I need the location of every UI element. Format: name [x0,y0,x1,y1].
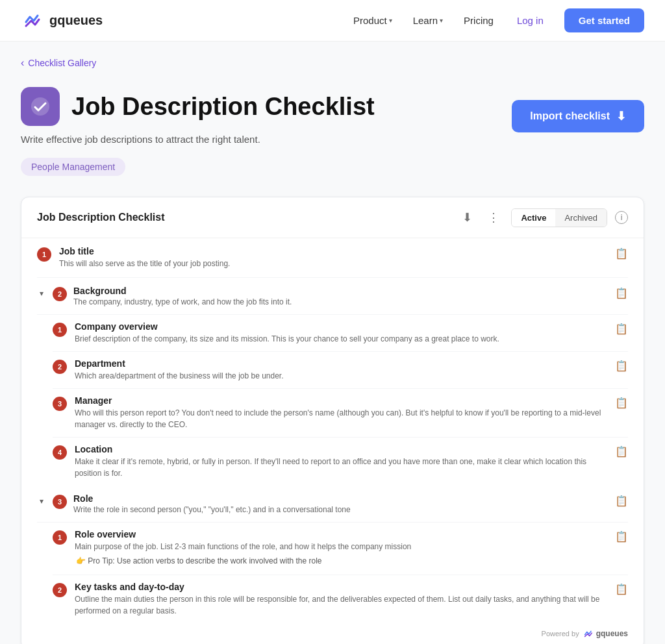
info-button[interactable]: i [615,211,628,224]
item-content: Manager Who will this person report to? … [75,395,607,430]
tab-group: Active Archived [511,208,607,227]
item-content: Location Make it clear if it's remote, h… [75,444,607,479]
item-action-icon[interactable]: 📋 [615,247,628,260]
section-number-badge: 3 [53,495,67,509]
list-item: 2 Department Which area/department of th… [53,352,628,389]
checklist-card: Job Description Checklist ⬇ ⋮ Active Arc… [21,197,644,644]
hero-subtitle: Write effective job descriptions to attr… [21,134,644,145]
list-item: 3 Manager Who will this person report to… [53,389,628,438]
download-button[interactable]: ⬇ [458,208,476,227]
section-content: Background The company, industry, type o… [73,286,609,306]
back-arrow-icon: ‹ [21,57,24,69]
card-header: Job Description Checklist ⬇ ⋮ Active Arc… [21,197,644,238]
item-number-badge: 3 [53,397,67,411]
import-checklist-button[interactable]: Import checklist ⬇ [512,100,644,132]
section-collapse-button[interactable]: ▾ [37,286,46,301]
powered-by: Powered by gqueues [21,623,644,641]
list-item: 4 Location Make it clear if it's remote,… [53,438,628,486]
item-title: Key tasks and day-to-day [75,582,607,592]
item-action-icon[interactable]: 📋 [615,445,628,458]
download-icon: ⬇ [616,109,626,123]
get-started-button[interactable]: Get started [564,8,644,32]
checklist-body: 1 Job title This will also serve as the … [21,238,644,623]
section-action-icon[interactable]: 📋 [615,287,628,299]
item-action-icon[interactable]: 📋 [615,583,628,595]
item-number-badge: 1 [53,530,67,545]
item-desc: Who will this person report to? You don'… [75,407,607,430]
gqueues-small-icon [583,628,594,639]
list-item: 1 Company overview Brief description of … [53,315,628,352]
logo[interactable]: gqueues [21,9,103,32]
item-title: Company overview [75,321,607,332]
card-actions: ⬇ ⋮ Active Archived i [458,208,628,227]
section-row: ▾ 2 Background The company, industry, ty… [37,278,628,315]
nav-links: Product ▾ Learn ▾ Pricing Log in Get sta… [345,8,644,32]
item-action-icon[interactable]: 📋 [615,323,628,335]
section-desc: Write the role in second person ("you," … [73,505,609,514]
section-2-children: 1 Company overview Brief description of … [37,315,628,486]
list-item: 1 Role overview Main purpose of the job.… [53,523,628,575]
item-desc: Which area/department of the business wi… [75,370,607,382]
checkmark-icon [30,96,51,117]
item-content: Key tasks and day-to-day Outline the mai… [75,582,607,617]
hero-right: Import checklist ⬇ [512,100,644,132]
item-content: Role overview Main purpose of the job. L… [75,529,607,568]
svg-point-1 [31,97,49,116]
section-content: Role Write the role in second person ("y… [73,493,609,514]
page-title: Job Description Checklist [71,93,375,121]
nav-login[interactable]: Log in [507,10,554,31]
item-content: Company overview Brief description of th… [75,321,607,345]
section-3-children: 1 Role overview Main purpose of the job.… [37,523,628,623]
section-number-badge: 2 [53,287,67,301]
item-desc: Main purpose of the job. List 2-3 main f… [75,541,607,552]
more-options-button[interactable]: ⋮ [484,208,503,227]
item-title: Role overview [75,529,607,539]
section-title: Role [73,493,609,504]
item-number-badge: 1 [37,247,51,262]
item-title: Department [75,358,607,369]
item-desc: This will also serve as the title of you… [59,258,607,269]
pro-tip: 👉 Pro Tip: Use action verbs to describe … [75,552,607,568]
section-title: Background [73,286,609,296]
section-row: ▾ 3 Role Write the role in second person… [37,486,628,523]
item-number-badge: 4 [53,445,67,460]
item-action-icon[interactable]: 📋 [615,397,628,409]
tab-archived[interactable]: Archived [555,209,607,227]
item-content: Department Which area/department of the … [75,358,607,382]
card-title: Job Description Checklist [37,212,458,223]
item-number-badge: 2 [53,360,67,374]
logo-icon [21,9,44,32]
item-title: Location [75,444,607,454]
category-tag[interactable]: People Management [21,158,125,176]
nav-product[interactable]: Product ▾ [345,10,400,31]
hero-icon [21,87,60,126]
product-chevron-icon: ▾ [389,17,392,24]
nav-learn[interactable]: Learn ▾ [405,10,451,31]
item-desc: Make it clear if it's remote, hybrid, or… [75,456,607,479]
section-action-icon[interactable]: 📋 [615,495,628,507]
nav-pricing[interactable]: Pricing [456,10,501,31]
item-number-badge: 2 [53,583,67,597]
item-content: Job title This will also serve as the ti… [59,246,607,269]
item-title: Job title [59,246,607,256]
list-item: 2 Key tasks and day-to-day Outline the m… [53,575,628,623]
section-collapse-button[interactable]: ▾ [37,494,46,508]
item-number-badge: 1 [53,323,67,337]
item-desc: Brief description of the company, its si… [75,333,607,345]
powered-by-logo: gqueues [583,628,628,639]
learn-chevron-icon: ▾ [440,17,443,24]
tab-active[interactable]: Active [512,209,555,227]
item-action-icon[interactable]: 📋 [615,530,628,543]
breadcrumb[interactable]: ‹ Checklist Gallery [21,57,644,69]
hero-section: Job Description Checklist Write effectiv… [21,87,644,176]
item-title: Manager [75,395,607,406]
item-desc: Outline the main duties the person in th… [75,593,607,617]
section-desc: The company, industry, type of work, and… [73,297,609,306]
list-item: 1 Job title This will also serve as the … [37,238,628,278]
item-action-icon[interactable]: 📋 [615,360,628,372]
logo-text: gqueues [49,13,103,28]
